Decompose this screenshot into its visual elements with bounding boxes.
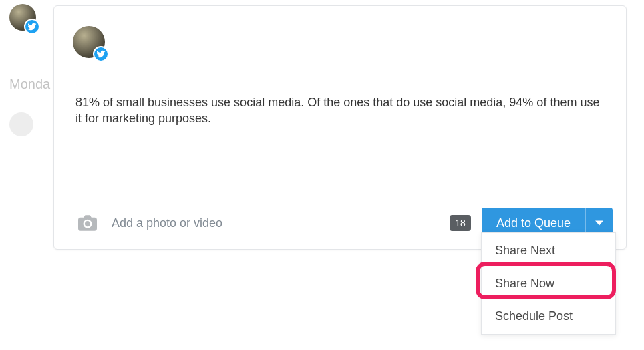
queued-item-placeholder	[9, 112, 33, 136]
twitter-icon	[24, 19, 40, 35]
composer-card: Add a photo or video 18 Add to Queue	[53, 5, 627, 250]
account-avatar-small[interactable]	[9, 4, 36, 31]
camera-icon[interactable]	[78, 215, 97, 231]
menu-item-share-next[interactable]: Share Next	[482, 234, 615, 267]
add-media-hint[interactable]: Add a photo or video	[112, 216, 222, 230]
menu-item-schedule-post[interactable]: Schedule Post	[482, 300, 615, 333]
chevron-down-icon	[595, 219, 603, 227]
compose-textarea[interactable]	[74, 93, 606, 180]
character-count-badge: 18	[450, 215, 471, 231]
twitter-icon	[93, 46, 109, 62]
day-label: Monda	[9, 77, 50, 92]
account-avatar[interactable]	[73, 26, 105, 58]
menu-item-share-now[interactable]: Share Now	[482, 267, 615, 300]
queue-dropdown-menu: Share Next Share Now Schedule Post	[481, 232, 616, 335]
